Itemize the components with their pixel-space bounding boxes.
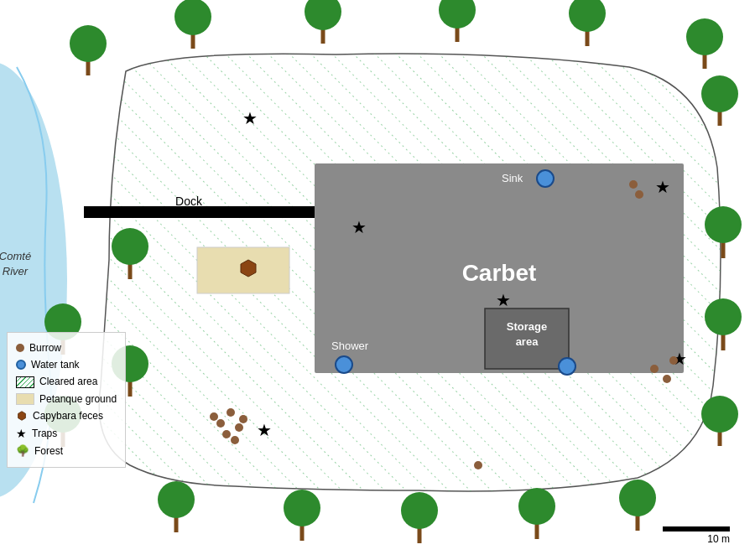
svg-point-27: [669, 356, 678, 365]
scale-bar: 10 m: [663, 526, 730, 545]
svg-marker-11: [241, 260, 256, 277]
burrow-icon: [16, 344, 24, 352]
legend-petanque: Petanque ground: [16, 391, 117, 407]
legend-traps-label: Traps: [32, 425, 57, 442]
svg-text:area: area: [516, 335, 539, 348]
svg-point-51: [705, 298, 742, 335]
scale-line: [663, 526, 730, 531]
svg-text:Shower: Shower: [331, 340, 369, 352]
svg-point-37: [70, 25, 107, 62]
legend-cleared-area-label: Cleared area: [39, 373, 97, 390]
svg-point-29: [226, 408, 235, 417]
svg-point-28: [474, 461, 482, 469]
svg-point-63: [158, 481, 195, 518]
map-container: Carbet Storage area Dock Sink Shower ★ ★…: [0, 0, 755, 560]
scale-label: 10 m: [707, 533, 730, 545]
svg-point-57: [518, 488, 555, 525]
svg-point-23: [629, 180, 638, 189]
petanque-icon: [16, 393, 34, 405]
svg-point-30: [216, 419, 225, 428]
svg-point-61: [284, 490, 320, 526]
svg-text:★: ★: [242, 109, 258, 127]
legend-burrow-label: Burrow: [29, 340, 61, 356]
svg-text:Carbet: Carbet: [462, 260, 537, 286]
svg-text:Dock: Dock: [175, 194, 203, 208]
legend-capybara: Capybara feces: [16, 407, 117, 424]
legend-water-tank: Water tank: [16, 356, 117, 373]
forest-icon: 🌳: [16, 442, 29, 460]
svg-point-59: [401, 492, 438, 529]
svg-point-34: [239, 415, 247, 423]
legend: Burrow Water tank Cleared area Petanque …: [7, 332, 126, 468]
svg-point-15: [336, 356, 352, 373]
traps-icon: ★: [16, 428, 27, 439]
svg-text:River: River: [3, 265, 29, 277]
legend-water-tank-label: Water tank: [31, 356, 80, 373]
svg-text:★: ★: [351, 218, 367, 236]
svg-text:★: ★: [496, 291, 511, 309]
svg-point-49: [705, 206, 742, 243]
svg-point-16: [559, 358, 575, 375]
cleared-area-icon: [16, 376, 34, 388]
svg-point-25: [650, 365, 659, 373]
legend-cleared-area: Cleared area: [16, 373, 117, 390]
svg-point-47: [701, 75, 738, 112]
svg-text:★: ★: [655, 178, 670, 196]
svg-point-26: [663, 375, 671, 383]
legend-traps: ★ Traps: [16, 425, 117, 442]
svg-point-24: [635, 190, 643, 199]
svg-text:★: ★: [257, 421, 272, 439]
svg-text:Comté: Comté: [0, 250, 31, 262]
legend-forest-label: Forest: [34, 443, 63, 459]
svg-point-53: [701, 396, 738, 433]
capybara-icon: [16, 410, 28, 422]
svg-point-39: [174, 0, 211, 35]
svg-point-31: [235, 423, 243, 432]
svg-point-55: [619, 480, 656, 516]
svg-text:Sink: Sink: [502, 172, 523, 184]
svg-point-69: [112, 228, 148, 265]
legend-capybara-label: Capybara feces: [33, 407, 103, 424]
legend-forest: 🌳 Forest: [16, 442, 117, 460]
svg-point-73: [686, 18, 723, 55]
svg-marker-76: [18, 412, 26, 421]
svg-point-35: [231, 436, 239, 444]
legend-petanque-label: Petanque ground: [39, 391, 117, 407]
svg-point-33: [210, 412, 218, 421]
svg-point-32: [222, 430, 231, 438]
svg-point-13: [537, 170, 554, 187]
water-tank-icon: [16, 360, 26, 370]
svg-text:Storage: Storage: [507, 320, 547, 333]
legend-burrow: Burrow: [16, 340, 117, 356]
